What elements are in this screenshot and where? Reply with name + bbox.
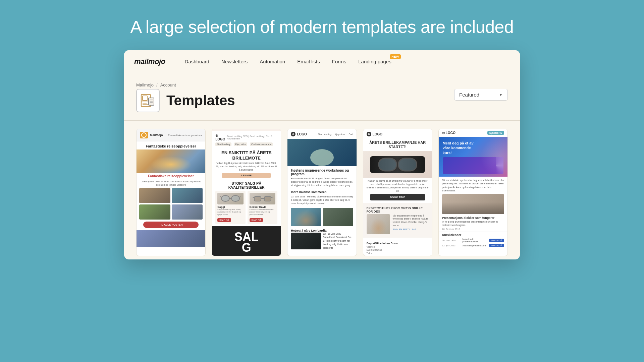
svg-line-18 xyxy=(271,197,273,198)
svg-line-13 xyxy=(239,196,240,197)
breadcrumb-home[interactable]: Mailmojo xyxy=(136,82,154,87)
svg-line-12 xyxy=(220,196,221,197)
svg-rect-14 xyxy=(254,196,261,201)
content-divider xyxy=(124,120,520,121)
nav-newsletters[interactable]: Newsletters xyxy=(215,50,254,73)
page-header: Templates Featured ▼ xyxy=(136,89,508,112)
nav-links: Dashboard Newsletters Automation Email l… xyxy=(179,50,510,73)
nav-landing-pages[interactable]: Landing pages NEW xyxy=(352,50,401,73)
app-window: mailmojo Dashboard Newsletters Automatio… xyxy=(124,50,520,259)
template-card-glasses-campaign[interactable]: ⊗ LOGO ÅRETS BRILLEKAMPANJE HAR STARTET!… xyxy=(363,129,432,256)
nav-forms[interactable]: Forms xyxy=(326,50,353,73)
templates-icon xyxy=(140,93,156,109)
chevron-down-icon: ▼ xyxy=(499,93,503,97)
page-header-left: Templates xyxy=(136,89,235,112)
filter-label: Featured xyxy=(459,92,479,98)
template-card-travel[interactable]: MailMojo Fantastiske reiseopplevelser Fa… xyxy=(136,129,206,256)
nav-automation[interactable]: Automation xyxy=(254,50,291,73)
template-card-wellness[interactable]: ⊗ LOGO Start landing Kjøp sider Cart Høs… xyxy=(287,129,357,256)
template-preview-wellness: ⊗ LOGO Start landing Kjøp sider Cart Høs… xyxy=(287,129,356,256)
svg-rect-15 xyxy=(264,196,271,201)
breadcrumb-current: Account xyxy=(160,82,176,87)
featured-filter[interactable]: Featured ▼ xyxy=(454,89,508,101)
content-area: Mailmojo / Account xyxy=(124,73,520,259)
template-preview-travel: MailMojo Fantastiske reiseopplevelser Fa… xyxy=(137,129,205,256)
page-title-group: Templates xyxy=(166,93,235,108)
template-preview-glasses-sale: ⊗ LOGO Forret melding SEO | Send melding… xyxy=(212,129,281,256)
hero-headline: A large selection of modern templates ar… xyxy=(97,0,547,50)
svg-line-17 xyxy=(253,197,254,198)
nav-dashboard[interactable]: Dashboard xyxy=(179,50,215,73)
navigation: mailmojo Dashboard Newsletters Automatio… xyxy=(124,50,520,73)
nav-logo[interactable]: mailmojo xyxy=(134,57,165,66)
page-title: Templates xyxy=(166,93,235,108)
template-card-glasses-sale[interactable]: ⊗ LOGO Forret melding SEO | Send melding… xyxy=(212,129,281,256)
page-icon xyxy=(136,89,160,112)
templates-grid: MailMojo Fantastiske reiseopplevelser Fa… xyxy=(136,129,508,259)
svg-rect-1 xyxy=(143,96,147,101)
nav-email-lists[interactable]: Email lists xyxy=(291,50,326,73)
template-preview-glasses-campaign: ⊗ LOGO ÅRETS BRILLEKAMPANJE HAR STARTET!… xyxy=(363,129,432,256)
svg-rect-5 xyxy=(149,98,154,105)
svg-point-10 xyxy=(231,195,239,201)
svg-point-9 xyxy=(221,195,229,201)
template-card-course[interactable]: ⊗ LOGO Nyhetsbrev Meld deg på et av våre… xyxy=(438,129,508,256)
new-badge: NEW xyxy=(390,54,401,59)
breadcrumb: Mailmojo / Account xyxy=(136,82,508,87)
template-preview-course: ⊗ LOGO Nyhetsbrev Meld deg på et av våre… xyxy=(439,129,507,256)
breadcrumb-separator: / xyxy=(156,82,158,87)
